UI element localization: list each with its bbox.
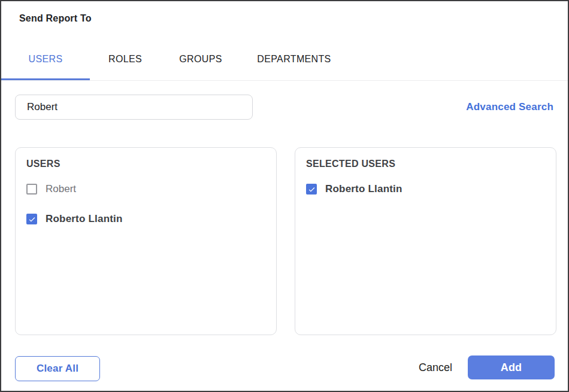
tab-groups[interactable]: GROUPS <box>161 51 241 80</box>
checkbox-checked-icon[interactable] <box>306 184 317 195</box>
tab-departments[interactable]: DEPARTMENTS <box>241 51 347 80</box>
search-input[interactable] <box>15 95 253 120</box>
users-panel-header: USERS <box>26 158 265 169</box>
checkbox-unchecked-icon[interactable] <box>26 184 37 195</box>
selected-users-list: Roberto Llantin <box>306 174 545 204</box>
cancel-button[interactable]: Cancel <box>419 361 452 374</box>
clear-all-button[interactable]: Clear All <box>15 356 100 381</box>
send-report-dialog: Send Report To USERS ROLES GROUPS DEPART… <box>0 0 569 392</box>
users-panel: USERS Robert Roberto Llantin <box>15 147 277 335</box>
footer-actions: Cancel Add <box>419 355 555 379</box>
selected-users-panel-header: SELECTED USERS <box>306 158 545 169</box>
tab-users[interactable]: USERS <box>1 51 90 80</box>
checkbox-checked-icon[interactable] <box>26 214 37 224</box>
user-row-roberto-llantin[interactable]: Roberto Llantin <box>26 204 265 234</box>
user-row-robert[interactable]: Robert <box>26 174 265 204</box>
selected-users-panel: SELECTED USERS Roberto Llantin <box>295 147 556 335</box>
dialog-title: Send Report To <box>19 13 92 24</box>
users-list: Robert Roberto Llantin <box>26 174 265 234</box>
user-row-label: Robert <box>46 183 76 195</box>
selected-user-row-roberto-llantin[interactable]: Roberto Llantin <box>306 174 545 204</box>
selected-user-row-label: Roberto Llantin <box>325 183 402 195</box>
advanced-search-link[interactable]: Advanced Search <box>466 101 553 113</box>
tab-bar: USERS ROLES GROUPS DEPARTMENTS <box>1 51 568 81</box>
add-button[interactable]: Add <box>468 355 555 379</box>
tab-roles[interactable]: ROLES <box>90 51 161 80</box>
user-row-label: Roberto Llantin <box>46 213 123 225</box>
